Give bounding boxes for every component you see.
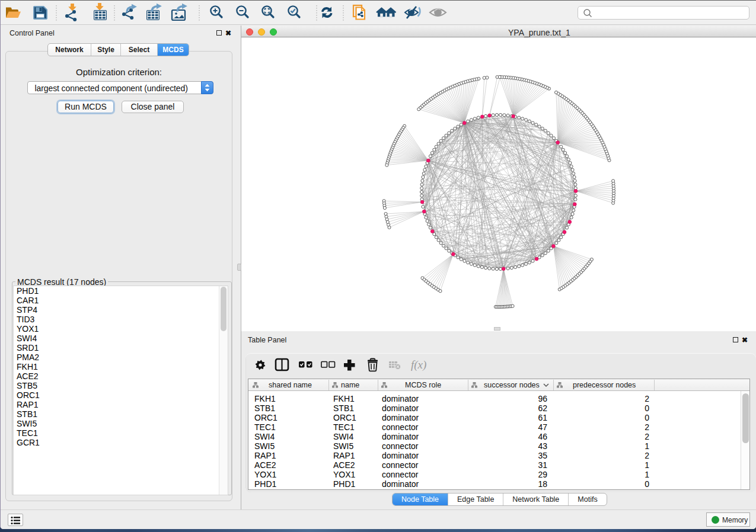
- svg-text:f(x): f(x): [411, 358, 426, 371]
